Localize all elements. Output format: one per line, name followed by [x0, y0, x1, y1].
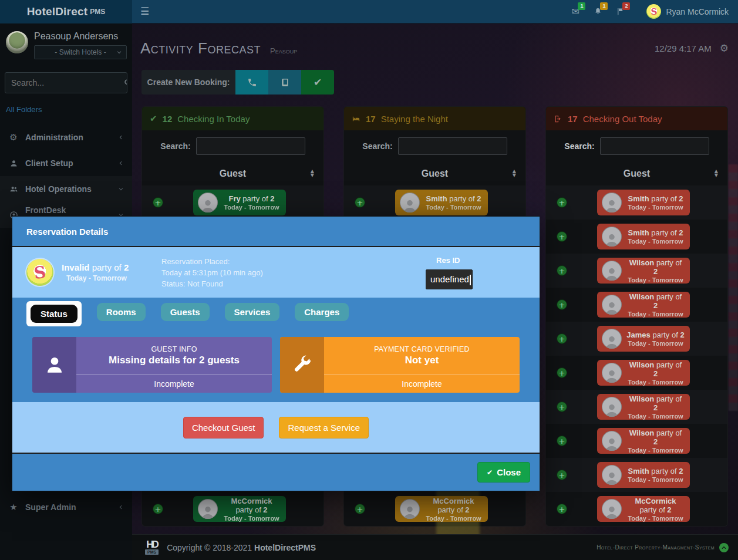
- flags-button[interactable]: 2: [609, 0, 631, 23]
- guest-pill[interactable]: McCormick party of 2Today - Tomorrow: [597, 496, 690, 522]
- guest-column-header[interactable]: Guest▲▼: [142, 162, 323, 185]
- guest-pill[interactable]: Wilson party of 2Today - Tomorrow: [597, 394, 690, 420]
- add-icon[interactable]: +: [355, 197, 365, 208]
- add-icon[interactable]: +: [557, 231, 567, 242]
- sidebar-item-label: Administration: [25, 133, 83, 142]
- guest-column-header[interactable]: Guest▲▼: [344, 162, 525, 185]
- add-icon[interactable]: +: [557, 504, 567, 514]
- sidebar-item-administration[interactable]: ⚙Administration: [0, 124, 132, 150]
- close-button[interactable]: ✔ Close: [477, 462, 530, 483]
- guest-party-size: 2: [263, 505, 267, 514]
- guest-party: party of: [651, 330, 680, 339]
- check-icon: ✔: [487, 469, 493, 476]
- add-icon[interactable]: +: [557, 402, 567, 412]
- add-icon[interactable]: +: [557, 470, 567, 480]
- guest-pill[interactable]: Wilson party of 2Today - Tomorrow: [597, 428, 690, 454]
- staying-search-input[interactable]: [398, 137, 507, 155]
- guest-pill[interactable]: Smith party of 2Today - Tomorrow: [597, 190, 690, 215]
- guest-dates: Today - Tomorrow: [626, 276, 685, 284]
- request-service-button[interactable]: Request a Service: [279, 417, 369, 438]
- search-icon[interactable]: [123, 73, 127, 93]
- booking-phone-button[interactable]: [235, 70, 268, 95]
- guest-pill[interactable]: James party of 2Today - Tomorrow: [597, 326, 690, 352]
- tab-guests[interactable]: Guests: [161, 303, 210, 321]
- gear-icon[interactable]: ⚙: [720, 43, 729, 53]
- sidebar-item-hotel-operations[interactable]: Hotel Operations: [0, 176, 132, 202]
- add-icon[interactable]: +: [557, 265, 567, 276]
- add-icon[interactable]: +: [557, 436, 567, 446]
- sidebar-item-super-admin[interactable]: ★Super Admin: [0, 494, 132, 520]
- guest-party: party of: [241, 194, 271, 203]
- modal-guest-info: S Invalid party of 2 Today - Tomorrow Re…: [12, 247, 540, 298]
- column-search-row: Search:: [142, 130, 323, 162]
- app-logo[interactable]: HotelDirect PMS: [0, 0, 132, 23]
- guest-line: James party of 2: [626, 330, 685, 339]
- guest-row: +Wilson party of 2Today - Tomorrow: [546, 356, 727, 390]
- modal-body: StatusRoomsGuestsServicesCharges GUEST I…: [12, 298, 540, 402]
- column-title: Checking Out Today: [583, 114, 662, 124]
- guest-name: Wilson: [629, 292, 655, 301]
- status-card-guest-info: GUEST INFOMissing details for 2 guestsIn…: [32, 337, 272, 393]
- res-id-input[interactable]: undefined: [426, 269, 473, 289]
- guest-pill[interactable]: McCormick party of 2Today - Tomorrow: [395, 496, 488, 522]
- footer-logo-text: HD: [146, 540, 157, 549]
- guest-avatar: [198, 499, 218, 519]
- bed-icon: [352, 114, 360, 123]
- booking-check-button[interactable]: ✔: [301, 70, 334, 95]
- checkout-guest-button[interactable]: Checkout Guest: [183, 417, 264, 438]
- guest-dates: Today - Tomorrow: [626, 340, 685, 347]
- chevron-up-icon[interactable]: [719, 543, 729, 552]
- guest-avatar: [602, 465, 622, 485]
- guest-party-size: 2: [653, 267, 658, 276]
- guest-party-size: 2: [653, 403, 658, 412]
- user-menu[interactable]: S Ryan McCormick: [646, 4, 729, 19]
- all-folders-link[interactable]: All Folders: [6, 105, 132, 114]
- add-icon[interactable]: +: [557, 333, 567, 344]
- add-icon[interactable]: +: [557, 197, 567, 208]
- guest-pill[interactable]: Fry party of 2Today - Tomorrow: [193, 190, 286, 215]
- guest-pill[interactable]: Smith party of 2Today - Tomorrow: [597, 224, 690, 249]
- tab-rooms[interactable]: Rooms: [97, 303, 146, 321]
- add-icon[interactable]: +: [153, 197, 163, 208]
- res-id-label: Res ID: [426, 256, 525, 265]
- guest-row: +Smith party of 2Today - Tomorrow: [546, 185, 727, 220]
- hamburger-icon[interactable]: ☰: [140, 6, 149, 16]
- guest-pill-text: Smith party of 2Today - Tomorrow: [424, 194, 483, 211]
- guest-pill[interactable]: McCormick party of 2Today - Tomorrow: [193, 496, 286, 522]
- checkin-search-input[interactable]: [196, 137, 305, 155]
- guest-dates: Today - Tomorrow: [626, 204, 685, 211]
- booking-book-button[interactable]: [268, 70, 301, 95]
- guest-name: Smith: [426, 194, 447, 203]
- guest-pill[interactable]: Wilson party of 2Today - Tomorrow: [597, 258, 690, 284]
- switch-hotels-select[interactable]: - Switch Hotels -: [34, 45, 127, 59]
- guest-name: Fry: [228, 194, 240, 203]
- tab-status[interactable]: Status: [31, 305, 77, 323]
- tab-services[interactable]: Services: [225, 303, 280, 321]
- guest-pill[interactable]: Smith party of 2Today - Tomorrow: [597, 462, 690, 488]
- wrench-icon: [280, 337, 324, 393]
- sidebar-item-label: Hotel Operations: [25, 184, 92, 194]
- sidebar-item-client-setup[interactable]: Client Setup: [0, 150, 132, 176]
- guest-dates: Today - Tomorrow: [626, 413, 685, 420]
- alerts-button[interactable]: 1: [587, 0, 609, 23]
- guest-party: party of: [654, 360, 682, 369]
- messages-button[interactable]: ✉1: [564, 0, 587, 23]
- guest-name: Smith: [628, 194, 649, 203]
- guest-column-header[interactable]: Guest▲▼: [546, 162, 727, 185]
- add-icon[interactable]: +: [557, 299, 567, 310]
- tab-active-wrap[interactable]: Status: [26, 301, 82, 326]
- tab-charges[interactable]: Charges: [295, 303, 349, 321]
- sidebar-search-input[interactable]: [5, 73, 123, 93]
- add-icon[interactable]: +: [557, 367, 567, 378]
- guest-name: McCormick: [635, 497, 676, 505]
- checkout-search-input[interactable]: [600, 137, 709, 155]
- guest-pill[interactable]: Wilson party of 2Today - Tomorrow: [597, 292, 690, 318]
- user-avatar: S: [646, 4, 661, 19]
- add-icon[interactable]: +: [355, 504, 365, 514]
- chevron-down-icon: [116, 49, 122, 55]
- column-search-row: Search:: [546, 130, 727, 162]
- guest-party: party of: [654, 429, 682, 437]
- guest-pill[interactable]: Wilson party of 2Today - Tomorrow: [597, 360, 690, 386]
- guest-pill[interactable]: Smith party of 2Today - Tomorrow: [395, 190, 488, 215]
- add-icon[interactable]: +: [153, 504, 163, 514]
